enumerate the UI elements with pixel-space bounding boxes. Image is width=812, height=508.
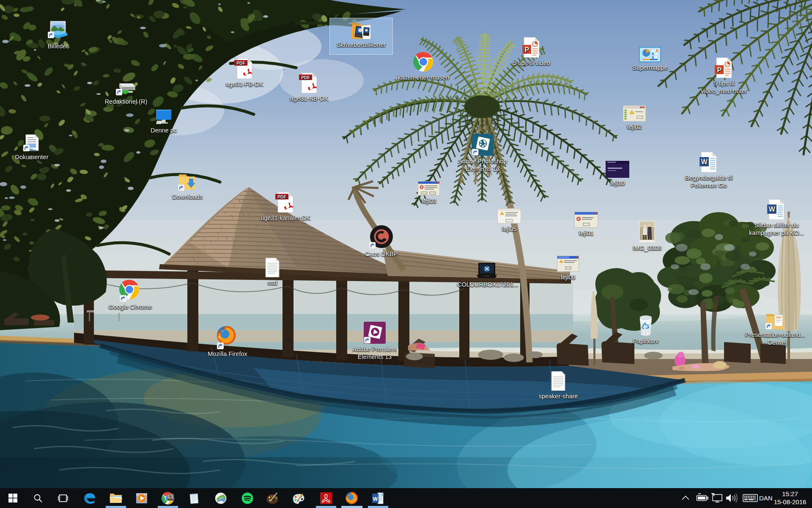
svg-text:DAN: DAN: [759, 494, 773, 502]
svg-text:W: W: [373, 496, 378, 502]
svg-text:15:27: 15:27: [782, 490, 798, 497]
svg-text:15-08-2016: 15-08-2016: [774, 498, 807, 505]
